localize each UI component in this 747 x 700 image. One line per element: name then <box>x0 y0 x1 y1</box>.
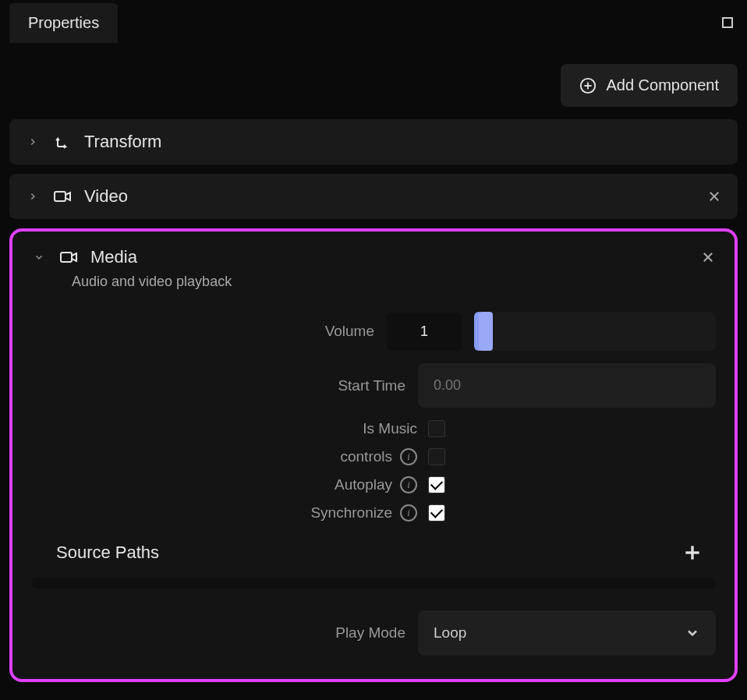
transform-title: Transform <box>84 132 722 152</box>
video-icon <box>53 187 72 206</box>
play-mode-select[interactable]: Loop <box>418 610 716 656</box>
media-subtitle: Audio and video playback <box>72 274 716 290</box>
tab-bar: Properties <box>0 0 747 45</box>
content-area: Add Component Transform Video <box>0 45 747 682</box>
svg-marker-9 <box>72 253 76 261</box>
info-icon[interactable]: i <box>400 476 417 493</box>
info-icon[interactable]: i <box>400 448 417 465</box>
video-icon <box>59 248 78 267</box>
info-icon[interactable]: i <box>400 504 417 521</box>
source-paths-list <box>31 578 716 589</box>
svg-rect-0 <box>723 18 732 27</box>
svg-rect-4 <box>55 192 65 201</box>
close-button[interactable] <box>700 249 716 265</box>
volume-input[interactable] <box>387 313 462 351</box>
transform-component-row[interactable]: Transform <box>9 119 738 164</box>
source-paths-row: Source Paths <box>31 540 716 565</box>
maximize-button[interactable] <box>720 16 735 30</box>
media-title: Media <box>90 247 688 267</box>
controls-label: controls i <box>31 448 417 465</box>
transform-icon <box>53 133 72 151</box>
plus-icon <box>682 543 703 563</box>
add-component-label: Add Component <box>606 76 719 94</box>
chevron-right-icon[interactable] <box>25 189 41 204</box>
volume-row: Volume <box>31 312 716 351</box>
add-component-button[interactable]: Add Component <box>561 64 738 107</box>
is-music-label: Is Music <box>31 420 417 437</box>
tab-properties[interactable]: Properties <box>9 3 118 43</box>
svg-marker-5 <box>65 193 70 200</box>
media-header: Media <box>31 247 716 267</box>
play-mode-value: Loop <box>434 624 466 642</box>
chevron-down-icon[interactable] <box>31 249 47 265</box>
close-icon <box>701 250 715 264</box>
synchronize-row: Synchronize i <box>31 504 716 521</box>
synchronize-checkbox[interactable] <box>428 504 445 521</box>
maximize-icon <box>722 17 733 28</box>
autoplay-checkbox[interactable] <box>428 476 445 493</box>
plus-circle-icon <box>579 77 597 94</box>
autoplay-row: Autoplay i <box>31 476 716 493</box>
video-title: Video <box>84 186 694 207</box>
start-time-row: Start Time <box>31 363 716 408</box>
properties-panel: Properties Add Component Transform <box>0 0 747 700</box>
source-paths-title: Source Paths <box>56 543 159 563</box>
start-time-input[interactable] <box>418 363 716 408</box>
add-source-path-button[interactable] <box>680 540 705 565</box>
play-mode-label: Play Mode <box>31 624 405 642</box>
play-mode-row: Play Mode Loop <box>31 610 716 656</box>
controls-row: controls i <box>31 448 716 465</box>
chevron-down-icon <box>685 625 700 641</box>
is-music-row: Is Music <box>31 420 716 437</box>
chevron-right-icon[interactable] <box>25 134 41 150</box>
video-component-row[interactable]: Video <box>9 174 738 219</box>
volume-slider[interactable] <box>474 312 716 351</box>
is-music-checkbox[interactable] <box>428 420 445 437</box>
start-time-label: Start Time <box>31 377 405 394</box>
media-component-panel: Media Audio and video playback Volume St… <box>9 228 738 682</box>
controls-checkbox[interactable] <box>428 448 445 465</box>
svg-rect-8 <box>61 253 72 262</box>
add-component-row: Add Component <box>9 45 738 119</box>
close-button[interactable] <box>706 189 722 204</box>
volume-label: Volume <box>31 323 374 340</box>
autoplay-label: Autoplay i <box>31 476 417 493</box>
synchronize-label: Synchronize i <box>31 504 417 521</box>
close-icon <box>707 189 721 203</box>
volume-slider-thumb[interactable] <box>479 312 493 351</box>
